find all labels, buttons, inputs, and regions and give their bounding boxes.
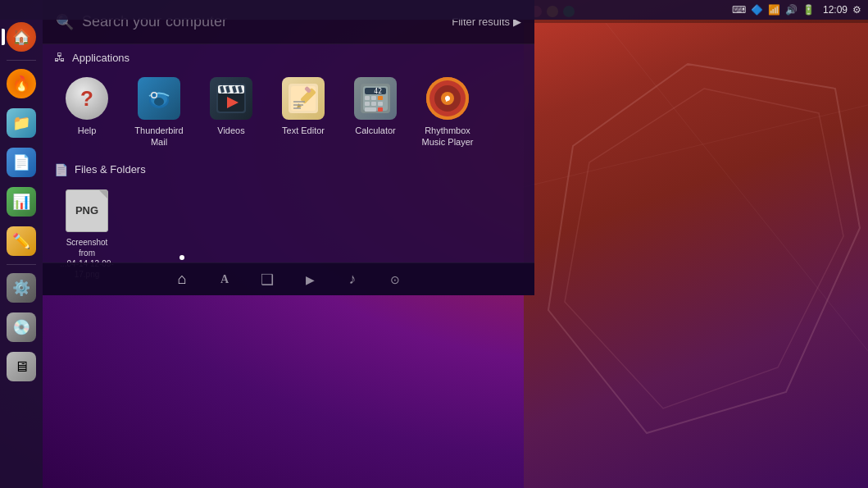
svg-rect-34	[365, 96, 370, 100]
firefox-icon: 🔥	[7, 69, 36, 98]
storage-icon: 🖥	[7, 352, 36, 381]
home-filter-icon: ⌂	[178, 271, 187, 288]
svg-point-13	[152, 93, 157, 98]
files-section-header: 📄 Files & Folders	[43, 157, 534, 180]
launcher-item-calc[interactable]: 📊	[4, 185, 39, 219]
videos-app-label: Videos	[217, 125, 244, 136]
app-item-thunderbird[interactable]: Thunderbird Mail	[126, 72, 192, 152]
files-section-title: Files & Folders	[75, 163, 146, 176]
svg-text:42: 42	[374, 88, 382, 95]
app-item-videos[interactable]: Videos	[198, 72, 264, 152]
filter-files[interactable]: ❑	[254, 267, 280, 293]
svg-rect-35	[371, 96, 376, 100]
dash-overlay: 🔍 Filter results ▶ 🖧 Applications ? Help	[43, 0, 534, 295]
svg-marker-5	[548, 64, 860, 433]
launcher-separator-1	[7, 60, 36, 61]
active-filter-indicator	[180, 255, 184, 260]
user-indicator[interactable]: ⚙	[852, 4, 861, 16]
svg-rect-39	[378, 102, 383, 106]
applications-grid: ? Help Thunderbird Mail	[43, 67, 534, 157]
svg-rect-40	[365, 107, 376, 112]
app-item-rhythmbox[interactable]: ♪ Rhythmbox Music Player	[415, 72, 480, 152]
volume-indicator[interactable]: 🔊	[785, 4, 798, 16]
svg-text:♪: ♪	[445, 91, 451, 104]
clock[interactable]: 12:09	[823, 4, 848, 16]
launcher-item-cd[interactable]: 💿	[4, 310, 39, 344]
videos-app-icon	[210, 77, 252, 120]
music-filter-icon: ♪	[349, 271, 357, 288]
svg-rect-37	[365, 102, 370, 106]
texteditor-app-label: Text Editor	[282, 125, 325, 136]
applications-section-icon: 🖧	[54, 51, 66, 64]
texteditor-app-icon	[282, 77, 325, 120]
svg-rect-38	[371, 102, 376, 106]
files-section-icon: 📄	[54, 163, 68, 176]
settings-icon: ⚙️	[7, 273, 36, 303]
calculator-app-icon: 42	[354, 77, 397, 120]
dash-filter-bar: ⌂ A ❑ ▶ ♪ ⊙	[43, 262, 534, 295]
filter-music[interactable]: ♪	[339, 267, 366, 293]
launcher-item-firefox[interactable]: 🔥	[4, 66, 39, 101]
launcher-item-writer[interactable]: 📄	[4, 145, 39, 180]
photos-filter-icon: ⊙	[390, 273, 400, 286]
thunderbird-app-label: Thunderbird Mail	[130, 125, 189, 148]
svg-rect-41	[378, 107, 383, 112]
svg-marker-6	[565, 89, 843, 408]
unity-launcher: 🏠 🔥 📁 📄 📊 ✏️ ⚙️ 💿 🖥	[0, 0, 43, 488]
files-icon: 📁	[7, 108, 36, 138]
files-filter-icon: ❑	[261, 271, 274, 289]
applications-section-header: 🖧 Applications	[43, 44, 534, 67]
filter-home[interactable]: ⌂	[169, 267, 195, 293]
applications-section-title: Applications	[72, 52, 130, 64]
rhythmbox-app-label: Rhythmbox Music Player	[418, 125, 477, 148]
svg-rect-36	[378, 96, 383, 100]
writer-icon: 📄	[7, 148, 36, 177]
app-item-help[interactable]: ? Help	[54, 72, 120, 152]
top-panel: ⌨ 🔷 📶 🔊 🔋 12:09 ⚙	[0, 0, 868, 20]
app-item-texteditor[interactable]: Text Editor	[270, 72, 336, 152]
applications-filter-icon: A	[220, 273, 229, 286]
launcher-item-storage[interactable]: 🖥	[4, 349, 39, 384]
calc-icon: 📊	[7, 187, 36, 217]
rhythmbox-app-icon: ♪	[426, 77, 469, 120]
svg-point-11	[154, 98, 164, 106]
help-app-label: Help	[78, 125, 97, 136]
launcher-item-files[interactable]: 📁	[4, 106, 39, 140]
launcher-item-ubuntu[interactable]: 🏠	[4, 20, 39, 54]
system-indicators: ⌨ 🔷 📶 🔊 🔋 12:09 ⚙	[732, 4, 861, 16]
texteditor-icon: ✏️	[7, 226, 36, 256]
keyboard-indicator[interactable]: ⌨	[732, 4, 746, 16]
launcher-separator-2	[7, 264, 36, 265]
thunderbird-app-icon	[138, 77, 180, 120]
help-app-icon: ?	[66, 77, 108, 120]
network-indicator[interactable]: 📶	[768, 4, 780, 16]
filter-video[interactable]: ▶	[297, 267, 323, 293]
cd-icon: 💿	[7, 312, 36, 342]
calculator-app-label: Calculator	[355, 125, 396, 136]
bluetooth-indicator[interactable]: 🔷	[751, 4, 763, 16]
app-item-calculator[interactable]: 42 Calculator	[343, 72, 408, 152]
ubuntu-logo-icon: 🏠	[7, 22, 36, 52]
png-file-icon: PNG	[66, 189, 108, 232]
filter-applications[interactable]: A	[211, 267, 238, 293]
launcher-item-texteditor[interactable]: ✏️	[4, 224, 39, 258]
video-filter-icon: ▶	[306, 273, 315, 286]
background-window	[524, 0, 868, 488]
svg-line-8	[524, 105, 868, 187]
launcher-item-settings[interactable]: ⚙️	[4, 271, 39, 305]
battery-indicator[interactable]: 🔋	[802, 4, 815, 16]
filter-photos[interactable]: ⊙	[382, 267, 408, 293]
